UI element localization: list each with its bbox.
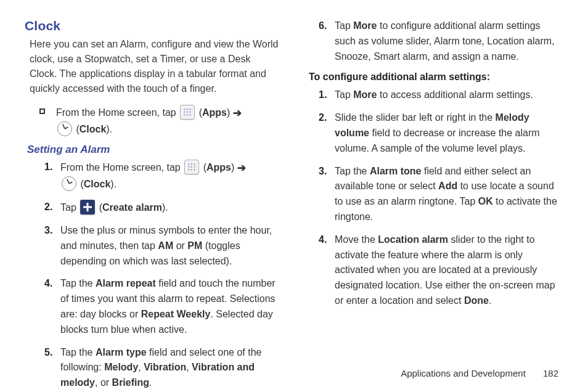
- page-content: Clock Here you can set an Alarm, configu…: [0, 0, 588, 392]
- step-body: From the Home screen, tap (Apps) ➔ (Cloc…: [60, 160, 279, 192]
- pm-label: PM: [187, 240, 202, 251]
- create-alarm-label: Create alarm: [102, 202, 162, 213]
- step-item: 6. Tap More to configure additional alar…: [319, 18, 563, 64]
- text: ,: [186, 362, 192, 372]
- step-number: 4.: [319, 232, 335, 309]
- text: or: [173, 240, 187, 251]
- text: Tap the: [335, 166, 370, 176]
- text: From the Home screen, tap: [56, 107, 179, 118]
- text: Slide the slider bar left or right in th…: [335, 112, 496, 123]
- step-item: 5. Tap the Alarm type field and select o…: [44, 345, 279, 391]
- ok-label: OK: [478, 196, 493, 206]
- step-body: Tap (Create alarm).: [60, 200, 279, 216]
- step-item: 3. Tap the Alarm tone field and either s…: [319, 164, 563, 225]
- alarm-type-label: Alarm type: [96, 347, 147, 357]
- step-item: 2. Slide the slider bar left or right in…: [319, 110, 563, 156]
- text: Tap the: [60, 347, 96, 357]
- more-label: More: [353, 20, 377, 31]
- text: ).: [106, 124, 112, 134]
- text: ,: [138, 362, 144, 372]
- page-number: 182: [543, 368, 558, 378]
- steps-list-right: 1. Tap More to access additional alarm s…: [319, 88, 563, 308]
- step-number: 5.: [44, 345, 60, 391]
- text: Tap: [60, 202, 79, 213]
- briefing-label: Briefing: [112, 377, 149, 388]
- melody-label: Melody: [104, 362, 138, 372]
- footer-section-name: Applications and Development: [401, 368, 526, 378]
- step-number: 2.: [44, 200, 60, 216]
- alarm-repeat-label: Alarm repeat: [96, 278, 156, 288]
- step-body: Tap More to configure additional alarm s…: [335, 18, 563, 64]
- step-body: Move the Location alarm slider to the ri…: [335, 232, 563, 309]
- add-label: Add: [438, 181, 457, 191]
- step-number: 3.: [319, 164, 335, 225]
- step-body: Tap More to access additional alarm sett…: [335, 88, 563, 103]
- step-number: 1.: [44, 160, 60, 192]
- text: .: [489, 295, 491, 306]
- bullet-text: From the Home screen, tap (Apps) ➔ (Cloc…: [56, 105, 242, 137]
- text: .: [149, 377, 152, 388]
- steps-list-left: 1. From the Home screen, tap (Apps) ➔ (C…: [44, 160, 279, 391]
- step-item: 3. Use the plus or minus symbols to ente…: [44, 223, 279, 269]
- step-item: 1. Tap More to access additional alarm s…: [319, 88, 563, 103]
- step-number: 6.: [319, 18, 335, 64]
- subsection-heading: Setting an Alarm: [27, 144, 279, 156]
- arrow-right-icon: ➔: [233, 105, 242, 121]
- clock-label: Clock: [80, 124, 107, 134]
- page-footer: Applications and Development 182: [401, 368, 558, 378]
- text: slider to the right to activate the feat…: [335, 234, 555, 306]
- arrow-right-icon: ➔: [237, 160, 246, 176]
- text: Tap: [335, 20, 353, 31]
- repeat-weekly-label: Repeat Weekly: [141, 309, 211, 319]
- text: From the Home screen, tap: [60, 162, 183, 173]
- step-number: 4.: [44, 276, 60, 337]
- steps-list-continued: 6. Tap More to configure additional alar…: [319, 18, 563, 64]
- location-alarm-label: Location alarm: [378, 234, 448, 245]
- step-number: 3.: [44, 223, 60, 269]
- apps-label: Apps: [202, 107, 227, 118]
- text: Move the: [335, 234, 378, 245]
- step-item: 4. Move the Location alarm slider to the…: [319, 232, 563, 309]
- text: to access additional alarm settings.: [377, 89, 533, 100]
- clock-icon: [57, 121, 72, 136]
- text: Tap the: [60, 278, 96, 288]
- apps-grid-icon: [184, 160, 199, 174]
- clock-icon: [62, 176, 76, 191]
- text: ).: [110, 179, 116, 189]
- step-body: Tap the Alarm type field and select one …: [60, 345, 279, 391]
- text: ): [231, 162, 237, 173]
- clock-label: Clock: [84, 179, 111, 189]
- text: Tap: [335, 89, 353, 100]
- left-column: Clock Here you can set an Alarm, configu…: [25, 18, 279, 392]
- step-number: 1.: [319, 88, 335, 103]
- am-label: AM: [158, 240, 173, 251]
- right-column: 6. Tap More to configure additional alar…: [309, 18, 563, 392]
- text: ): [227, 107, 233, 118]
- alarm-tone-label: Alarm tone: [370, 166, 422, 176]
- step-body: Tap the Alarm tone field and either sele…: [335, 164, 563, 225]
- step-item: 1. From the Home screen, tap (Apps) ➔ (C…: [44, 160, 279, 192]
- step-body: Tap the Alarm repeat field and touch the…: [60, 276, 279, 337]
- done-label: Done: [464, 295, 489, 306]
- section-heading: Clock: [25, 18, 279, 33]
- step-item: 4. Tap the Alarm repeat field and touch …: [44, 276, 279, 337]
- configure-additional-heading: To configure additional alarm settings:: [309, 71, 563, 83]
- bullet-from-home: From the Home screen, tap (Apps) ➔ (Cloc…: [39, 105, 279, 137]
- step-body: Use the plus or minus symbols to enter t…: [60, 223, 279, 269]
- vibration-label: Vibration: [144, 362, 186, 372]
- plus-icon: [80, 200, 95, 214]
- apps-label: Apps: [206, 162, 231, 173]
- square-bullet-icon: [39, 108, 45, 114]
- text: , or: [95, 377, 112, 388]
- step-body: Slide the slider bar left or right in th…: [335, 110, 563, 156]
- text: ).: [162, 202, 168, 213]
- more-label: More: [353, 89, 377, 100]
- intro-paragraph: Here you can set an Alarm, configure and…: [30, 37, 279, 96]
- step-item: 2. Tap (Create alarm).: [44, 200, 279, 216]
- apps-grid-icon: [180, 105, 195, 120]
- step-number: 2.: [319, 110, 335, 156]
